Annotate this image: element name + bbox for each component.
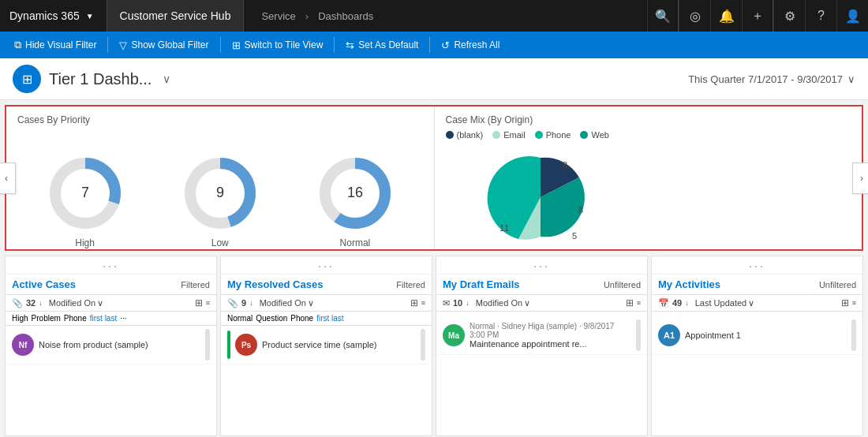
pie-chart-svg: 8 8 5 11 — [462, 146, 619, 248]
grid-icon-4[interactable]: ⊞ — [841, 297, 849, 308]
legend-dot-phone — [535, 131, 543, 139]
donut-high-svg: 7 — [46, 154, 125, 233]
switch-view-button[interactable]: ⊞ Switch to Tile View — [224, 36, 331, 54]
lower-section: ··· Active Cases Filtered 📎 32 ↓ Modifie… — [5, 256, 863, 436]
grid-icon[interactable]: ⊞ — [195, 297, 203, 308]
settings-icon[interactable]: ⚙ — [773, 0, 805, 32]
draft-emails-panel: ··· My Draft Emails Unfiltered ✉ 10 ↓ Mo… — [436, 256, 648, 436]
hub-title: Customer Service Hub — [107, 0, 245, 32]
default-icon: ⇆ — [346, 39, 354, 51]
sort-field[interactable]: Modified On ∨ — [49, 298, 192, 308]
svg-text:7: 7 — [81, 185, 89, 200]
tag-name[interactable]: first last — [90, 314, 117, 323]
donut-normal: 16 Normal — [316, 154, 395, 248]
sort-field-4[interactable]: Last Updated ∨ — [695, 298, 838, 308]
date-chevron[interactable]: ∨ — [847, 73, 855, 85]
avatar-a1: A1 — [658, 324, 680, 346]
active-cases-row-1[interactable]: Nf Noise from product (sample) — [6, 326, 216, 364]
tag-more[interactable]: ··· — [120, 314, 126, 323]
resolved-cases-filter: Filtered — [396, 280, 425, 289]
set-default-button[interactable]: ⇆ Set As Default — [338, 36, 426, 54]
scroll-toggle[interactable]: ≡ — [206, 299, 210, 307]
my-activities-count: 49 — [672, 298, 682, 308]
scroll-toggle-4[interactable]: ≡ — [852, 299, 856, 307]
user-icon[interactable]: 👤 — [836, 0, 868, 32]
scroll-bar[interactable] — [205, 329, 210, 360]
count-arrow-3[interactable]: ↓ — [466, 299, 470, 307]
resolved-cases-dots: ··· — [221, 256, 432, 275]
green-bar — [227, 331, 230, 359]
sort-field-3[interactable]: Modified On ∨ — [476, 298, 623, 308]
my-activities-dots: ··· — [652, 256, 862, 275]
donut-low-label: Low — [211, 237, 229, 248]
search-icon[interactable]: 🔍 — [647, 0, 679, 32]
donut-low: 9 Low — [181, 154, 260, 248]
legend-blank: (blank) — [446, 130, 484, 140]
dashboard-dropdown-chevron[interactable]: ∨ — [163, 73, 170, 85]
dynamics-menu[interactable]: Dynamics 365 ▼ — [0, 0, 107, 32]
refresh-icon: ↺ — [441, 39, 450, 51]
sort-field-2[interactable]: Modified On ∨ — [260, 298, 407, 308]
count-arrow[interactable]: ↓ — [39, 299, 43, 307]
avatar-nf: Nf — [12, 334, 34, 356]
sort-chevron: ∨ — [97, 298, 103, 308]
compass-icon[interactable]: ◎ — [679, 0, 710, 32]
grid-icon-2[interactable]: ⊞ — [410, 297, 418, 308]
avatar-ps: Ps — [235, 334, 257, 356]
scroll-bar-3[interactable] — [636, 319, 641, 351]
tag-question: Question — [256, 314, 287, 323]
cases-by-priority-title: Cases By Priority — [17, 114, 423, 125]
grid-icon-3[interactable]: ⊞ — [626, 297, 634, 308]
dynamics-label: Dynamics 365 — [9, 9, 80, 22]
sort-chevron-3: ∨ — [524, 298, 530, 308]
tag-phone: Phone — [64, 314, 87, 323]
row-title-2: Product service time (sample) — [262, 340, 416, 349]
resolved-cases-count: 9 — [241, 298, 246, 308]
svg-text:8: 8 — [563, 160, 567, 170]
row-title-1: Noise from product (sample) — [39, 340, 200, 349]
scroll-bar-2[interactable] — [421, 329, 425, 360]
svg-text:8: 8 — [578, 205, 583, 215]
active-cases-title: Active Cases — [12, 278, 76, 290]
scroll-toggle-2[interactable]: ≡ — [421, 299, 425, 307]
donuts-row: 7 High 9 Low 16 Normal — [17, 130, 423, 248]
row-sub-3: Normal · Sidney Higa (sample) · 9/8/2017… — [470, 322, 631, 339]
active-cases-header: Active Cases Filtered — [6, 275, 216, 295]
my-activities-row-1[interactable]: A1 Appointment 1 — [652, 316, 862, 355]
refresh-all-button[interactable]: ↺ Refresh All — [433, 36, 507, 54]
calendar-icon: 📅 — [658, 298, 669, 308]
tag-problem: Problem — [32, 314, 61, 323]
date-range: This Quarter 7/1/2017 - 9/30/2017 ∨ — [688, 73, 855, 85]
divider-3 — [334, 37, 335, 53]
case-mix-chart: Case Mix (By Origin) (blank) Email Phone… — [435, 106, 862, 249]
scroll-toggle-3[interactable]: ≡ — [637, 299, 641, 307]
count-arrow-4[interactable]: ↓ — [685, 299, 689, 307]
show-global-filter-button[interactable]: ▽ Show Global Filter — [111, 36, 216, 54]
scroll-bar-4[interactable] — [851, 319, 856, 351]
chart-nav-left[interactable]: ‹ — [0, 162, 16, 194]
sort-chevron-4: ∨ — [748, 298, 754, 308]
count-arrow-2[interactable]: ↓ — [249, 299, 253, 307]
help-icon[interactable]: ? — [805, 0, 836, 32]
avatar-ma: Ma — [443, 324, 465, 346]
chart-nav-right[interactable]: › — [852, 162, 868, 194]
divider-2 — [220, 37, 221, 53]
hide-visual-filter-button[interactable]: ⧉ Hide Visual Filter — [6, 35, 104, 54]
tile-icon: ⊞ — [232, 39, 241, 51]
resolved-cases-tags: Normal Question Phone first last — [221, 312, 432, 326]
legend-dot-web — [580, 131, 588, 139]
tag-name-2[interactable]: first last — [316, 314, 343, 323]
dynamics-chevron: ▼ — [86, 12, 94, 21]
row-text-3: Normal · Sidney Higa (sample) · 9/8/2017… — [470, 322, 631, 349]
resolved-cases-row-1[interactable]: Ps Product service time (sample) — [221, 326, 432, 364]
row-text-2: Product service time (sample) — [262, 340, 416, 349]
row-text-4: Appointment 1 — [685, 331, 847, 340]
cases-by-priority-chart: Cases By Priority 7 High 9 Low — [6, 106, 434, 249]
global-filter-icon: ▽ — [119, 39, 127, 51]
my-activities-controls: 📅 49 ↓ Last Updated ∨ ⊞ ≡ — [652, 295, 862, 312]
add-icon[interactable]: ＋ — [742, 0, 773, 32]
draft-emails-row-1[interactable]: Ma Normal · Sidney Higa (sample) · 9/8/2… — [436, 316, 647, 355]
draft-emails-count: 10 — [453, 298, 462, 308]
notification-icon[interactable]: 🔔 — [710, 0, 742, 32]
draft-emails-controls: ✉ 10 ↓ Modified On ∨ ⊞ ≡ — [436, 295, 647, 312]
